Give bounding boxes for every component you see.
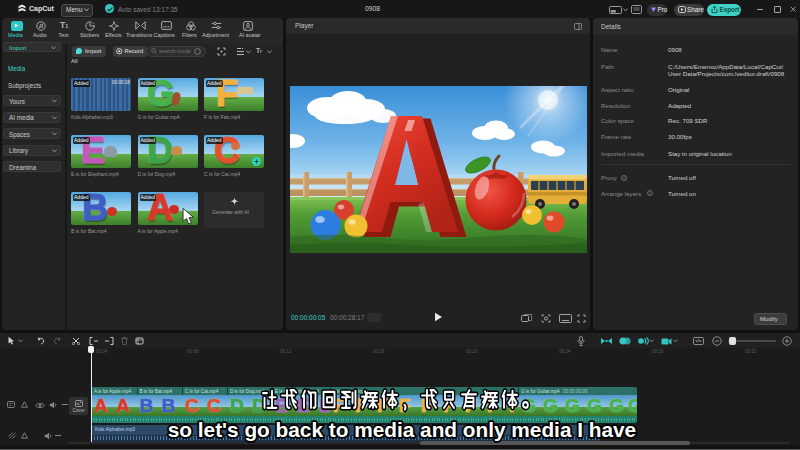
svg-text:so let's go back to media and: so let's go back to media and only media… bbox=[168, 418, 636, 441]
